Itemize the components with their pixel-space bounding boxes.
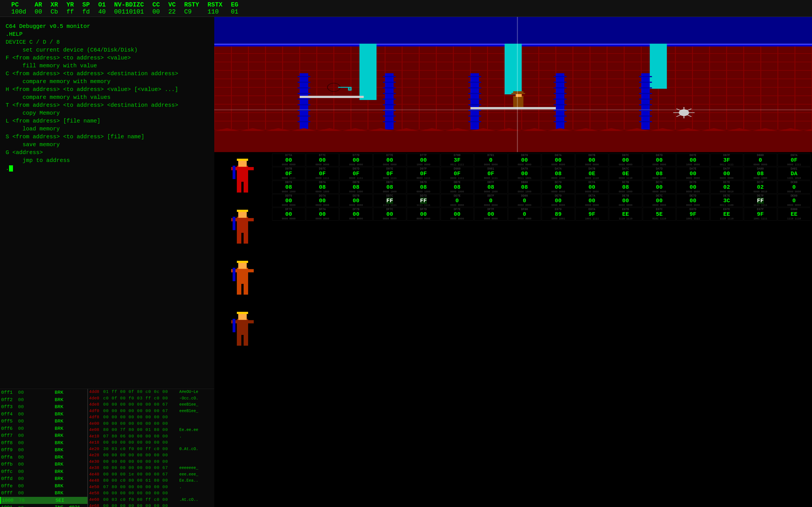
mem-viz-cell[interactable]: DF7C000000 0000 bbox=[373, 208, 407, 221]
mem-viz-cell[interactable]: DA7B0E0000 1110 bbox=[575, 167, 609, 180]
mem-viz-cell[interactable]: DE7C000000 0000 bbox=[643, 194, 676, 207]
mem-viz-cell[interactable]: DA7F000000 0000 bbox=[710, 167, 744, 180]
mem-viz-cell[interactable]: DA81DA1101 1010 bbox=[777, 167, 811, 180]
mem-viz-cell[interactable]: DA7E000000 0000 bbox=[676, 167, 710, 180]
mem-viz-cell[interactable]: E07BEE1110 1110 bbox=[609, 208, 642, 221]
mem-viz-cell[interactable]: DB80080000 1000 bbox=[508, 180, 541, 193]
mem-hex-row[interactable]: 4df000 00 00 00 00 00 00 67eeeB1ee_ bbox=[88, 408, 214, 414]
mem-viz-cell[interactable]: DB7D080000 1000 bbox=[407, 180, 440, 193]
mem-viz-cell[interactable]: DD7F00000 0000 bbox=[474, 194, 507, 207]
mem-viz-cell[interactable]: DD7B000000 0000 bbox=[340, 194, 373, 207]
mem-viz-cell[interactable]: DE8000000 0000 bbox=[777, 194, 811, 207]
disasm-row[interactable]: 0ff600BRK bbox=[0, 425, 87, 432]
mem-hex-row[interactable]: 4e5800 00 00 00 00 00 00 00 bbox=[88, 490, 214, 497]
mem-viz-cell[interactable]: DC7F020000 0010 bbox=[744, 180, 777, 193]
mem-viz-cell[interactable]: DD7A000000 0000 bbox=[306, 194, 339, 207]
mem-viz-cell[interactable]: D97C0F0000 1111 bbox=[306, 167, 339, 180]
disasm-row[interactable]: 0ffa00BRK bbox=[0, 454, 87, 461]
mem-viz-cell[interactable]: D97E0F0000 1111 bbox=[373, 167, 407, 180]
disasm-row[interactable]: 0ff400BRK bbox=[0, 411, 87, 418]
mem-viz-cell[interactable]: D97A0F0000 1111 bbox=[777, 154, 811, 166]
mem-viz-cell[interactable]: D78100000 0000 bbox=[474, 154, 507, 166]
memory-hex-view[interactable]: 4dd801 ff 00 0f 80 c0 0c 00A#eOU~Le4de0c… bbox=[87, 389, 214, 507]
mem-viz-cell[interactable]: D9810F0000 1111 bbox=[474, 167, 507, 180]
disasm-row[interactable]: 0ff500BRK bbox=[0, 418, 87, 425]
mem-viz-cell[interactable]: DC7B080000 1000 bbox=[609, 180, 642, 193]
mem-viz-cell[interactable]: DE7E3C0011 1100 bbox=[710, 194, 744, 207]
mem-viz-cell[interactable]: DC7D000000 0000 bbox=[676, 180, 710, 193]
memory-visualization[interactable]: D77A000000 0000D77C000000 0000D77D000000… bbox=[271, 152, 812, 507]
disassembly-view[interactable]: 0ff100BRK0ff200BRK0ff300BRK0ff400BRK0ff5… bbox=[0, 389, 87, 507]
mem-viz-cell[interactable]: DD7DFF1111 1111 bbox=[407, 194, 440, 207]
mem-viz-cell[interactable]: DF7A000000 0000 bbox=[306, 208, 339, 221]
mem-viz-cell[interactable]: DC7E020000 0010 bbox=[710, 180, 744, 193]
mem-viz-cell[interactable]: D87D000000 0000 bbox=[643, 154, 676, 166]
mem-viz-cell[interactable]: D87F3F0011 1111 bbox=[710, 154, 744, 166]
mem-hex-row[interactable]: 4df800 00 00 00 00 00 00 00 bbox=[88, 414, 214, 421]
mem-hex-row[interactable]: 4e4880 00 c0 80 00 61 80 00Ee.Eea.. bbox=[88, 478, 214, 484]
mem-viz-cell[interactable]: DE7A000000 0000 bbox=[575, 194, 609, 207]
mem-viz-cell[interactable]: DF8000000 0000 bbox=[508, 208, 541, 221]
mem-hex-row[interactable]: 4e6800 00 00 00 00 00 00 00 bbox=[88, 503, 214, 507]
mem-viz-cell[interactable]: E07C5E0101 1110 bbox=[643, 208, 676, 221]
mem-viz-cell[interactable]: DE7FFF1111 1111 bbox=[744, 194, 777, 207]
mem-viz-cell[interactable]: DB7C080000 1000 bbox=[373, 180, 407, 193]
mem-viz-cell[interactable]: D87A000000 0000 bbox=[542, 154, 575, 166]
disasm-row[interactable]: 0ffb00BRK bbox=[0, 461, 87, 468]
mem-viz-cell[interactable]: DC7A000000 0000 bbox=[575, 180, 609, 193]
mem-viz-cell[interactable]: E07A9F1001 1111 bbox=[575, 208, 609, 221]
mem-viz-cell[interactable]: DB7A080000 1000 bbox=[306, 180, 339, 193]
mem-viz-cell[interactable]: DC8000000 0000 bbox=[777, 180, 811, 193]
mem-viz-cell[interactable]: D77F001000 0000 bbox=[407, 154, 440, 166]
mem-viz-cell[interactable]: E080EE1110 1110 bbox=[777, 208, 811, 221]
mem-hex-row[interactable]: 4de0c0 0f 00 f0 03 ff c0 00-Occ.cO. bbox=[88, 395, 214, 402]
mem-viz-cell[interactable]: E07D9F1001 1111 bbox=[676, 208, 710, 221]
disasm-row[interactable]: 100078SEI bbox=[0, 497, 87, 504]
mem-viz-cell[interactable]: D97F0F0000 1111 bbox=[407, 167, 440, 180]
mem-viz-cell[interactable]: DF7D000000 0000 bbox=[407, 208, 440, 221]
mem-hex-row[interactable]: 4e0880 00 7f 80 00 01 80 00Ee.ee.ee bbox=[88, 427, 214, 434]
mem-viz-cell[interactable]: DF7F000000 0000 bbox=[474, 208, 507, 221]
mem-viz-cell[interactable]: D7803F0011 1111 bbox=[441, 154, 474, 166]
mem-viz-cell[interactable]: D97D0F0000 1111 bbox=[340, 167, 373, 180]
mem-hex-row[interactable]: 4dd801 ff 00 0f 80 c0 0c 00A#eOU~Le bbox=[88, 389, 214, 395]
mem-viz-cell[interactable]: DD8000000 0000 bbox=[508, 194, 541, 207]
mem-hex-row[interactable]: 4e2800 00 00 00 00 00 00 00 bbox=[88, 452, 214, 459]
disasm-row[interactable]: 0ff300BRK bbox=[0, 403, 87, 411]
mem-hex-row[interactable]: 4e3800 00 00 00 00 00 00 67eeeeeee_ bbox=[88, 465, 214, 471]
mem-viz-cell[interactable]: DE79000000 0000 bbox=[542, 194, 575, 207]
mem-viz-cell[interactable]: D9800F0000 1111 bbox=[441, 167, 474, 180]
mem-hex-row[interactable]: 4e5007 80 00 00 00 00 00 00. bbox=[88, 484, 214, 491]
mem-viz-cell[interactable]: DB7F080000 1000 bbox=[474, 180, 507, 193]
mem-viz-cell[interactable]: DF79000000 0000 bbox=[272, 208, 305, 221]
mem-viz-cell[interactable]: DC79000000 0000 bbox=[542, 180, 575, 193]
mem-viz-cell[interactable]: DA7C0E0000 1110 bbox=[609, 167, 642, 180]
mem-viz-cell[interactable]: DB79080000 1000 bbox=[272, 180, 305, 193]
disasm-row[interactable]: 0ffe00BRK bbox=[0, 483, 87, 490]
disasm-row[interactable]: 0ffc00BRK bbox=[0, 468, 87, 475]
mem-viz-cell[interactable]: D88000000 0000 bbox=[744, 154, 777, 166]
mem-viz-cell[interactable]: DA7A080000 1000 bbox=[542, 167, 575, 180]
terminal[interactable]: C64 Debugger v0.5 monitor.HELPDEVICE C /… bbox=[0, 17, 214, 389]
disasm-row[interactable]: 0ff700BRK bbox=[0, 432, 87, 439]
mem-viz-cell[interactable]: DE7B000000 0000 bbox=[609, 194, 642, 207]
mem-viz-cell[interactable]: DD7CFF1111 1111 bbox=[373, 194, 407, 207]
disasm-row[interactable]: 0ff900BRK bbox=[0, 446, 87, 454]
mem-viz-cell[interactable]: E079891000 1001 bbox=[542, 208, 575, 221]
mem-viz-cell[interactable]: D77E000000 0000 bbox=[373, 154, 407, 166]
disasm-row[interactable]: 1001eeINCd021 bbox=[0, 504, 87, 507]
mem-hex-row[interactable]: 4e2030 03 c0 f0 00 ff c0 000.At.cO. bbox=[88, 446, 214, 453]
mem-viz-cell[interactable]: D879000000 0000 bbox=[508, 154, 541, 166]
mem-hex-row[interactable]: 4e1800 00 00 00 00 00 00 00 bbox=[88, 440, 214, 446]
mem-viz-cell[interactable]: D77D000000 0000 bbox=[340, 154, 373, 166]
mem-viz-cell[interactable]: D77C000000 0000 bbox=[306, 154, 339, 166]
mem-viz-cell[interactable]: DF7B000000 0000 bbox=[340, 208, 373, 221]
disasm-row[interactable]: 0ff200BRK bbox=[0, 396, 87, 404]
mem-viz-cell[interactable]: D97B0F0000 1111 bbox=[272, 167, 305, 180]
mem-viz-cell[interactable]: E07F9F1001 1111 bbox=[744, 208, 777, 221]
mem-viz-cell[interactable]: DA80080000 1000 bbox=[744, 167, 777, 180]
mem-viz-cell[interactable]: D87B000000 0000 bbox=[575, 154, 609, 166]
mem-viz-cell[interactable]: DA79000011 1001 bbox=[508, 167, 541, 180]
mem-viz-cell[interactable]: E07EEE1110 1110 bbox=[710, 208, 744, 221]
mem-hex-row[interactable]: 4de800 00 00 00 00 00 00 67eeeB1ee_ bbox=[88, 402, 214, 408]
